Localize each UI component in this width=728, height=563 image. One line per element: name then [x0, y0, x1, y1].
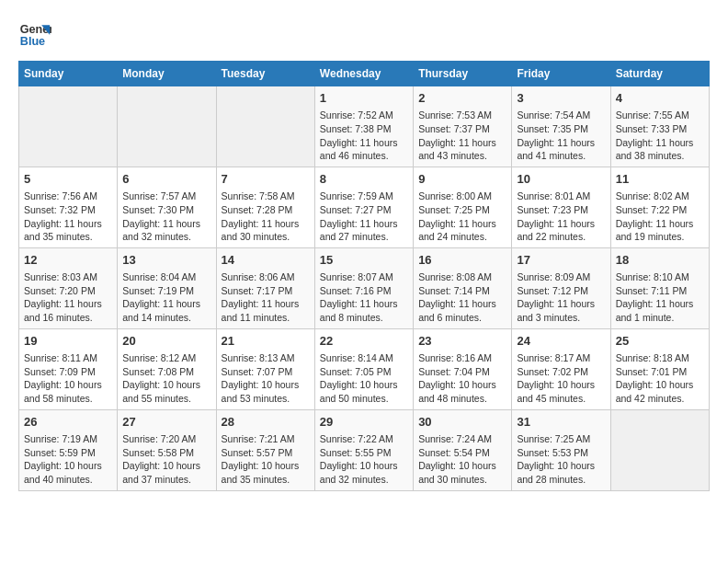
day-number: 23: [418, 333, 506, 350]
calendar-cell: 22Sunrise: 8:14 AM Sunset: 7:05 PM Dayli…: [314, 328, 413, 409]
cell-content: Sunrise: 7:59 AM Sunset: 7:27 PM Dayligh…: [320, 190, 408, 244]
calendar-cell: 25Sunrise: 8:18 AM Sunset: 7:01 PM Dayli…: [610, 328, 709, 409]
calendar-cell: 18Sunrise: 8:10 AM Sunset: 7:11 PM Dayli…: [610, 247, 709, 328]
cell-content: Sunrise: 8:02 AM Sunset: 7:22 PM Dayligh…: [616, 190, 704, 244]
calendar-cell: 8Sunrise: 7:59 AM Sunset: 7:27 PM Daylig…: [314, 167, 413, 247]
day-number: 8: [320, 171, 408, 188]
cell-content: Sunrise: 7:54 AM Sunset: 7:35 PM Dayligh…: [517, 109, 605, 163]
calendar-cell: 6Sunrise: 7:57 AM Sunset: 7:30 PM Daylig…: [118, 167, 216, 247]
calendar-cell: 26Sunrise: 7:19 AM Sunset: 5:59 PM Dayli…: [19, 409, 118, 490]
week-row-2: 5Sunrise: 7:56 AM Sunset: 7:32 PM Daylig…: [19, 167, 710, 247]
cell-content: Sunrise: 7:21 AM Sunset: 5:57 PM Dayligh…: [222, 432, 310, 487]
cell-content: Sunrise: 8:14 AM Sunset: 7:05 PM Dayligh…: [320, 351, 408, 406]
calendar-cell: [610, 409, 709, 490]
header-sunday: Sunday: [19, 62, 118, 86]
calendar-cell: 27Sunrise: 7:20 AM Sunset: 5:58 PM Dayli…: [118, 409, 216, 490]
header-row: SundayMondayTuesdayWednesdayThursdayFrid…: [19, 62, 710, 86]
day-number: 25: [616, 333, 704, 350]
calendar-cell: 23Sunrise: 8:16 AM Sunset: 7:04 PM Dayli…: [414, 328, 512, 409]
header-saturday: Saturday: [610, 62, 709, 86]
calendar-cell: 12Sunrise: 8:03 AM Sunset: 7:20 PM Dayli…: [19, 247, 118, 328]
logo-icon: General Blue: [18, 18, 51, 52]
calendar-cell: [118, 86, 216, 167]
calendar-cell: 20Sunrise: 8:12 AM Sunset: 7:08 PM Dayli…: [118, 328, 216, 409]
header-wednesday: Wednesday: [314, 62, 413, 86]
calendar-cell: 15Sunrise: 8:07 AM Sunset: 7:16 PM Dayli…: [314, 247, 413, 328]
day-number: 2: [418, 90, 506, 107]
cell-content: Sunrise: 8:11 AM Sunset: 7:09 PM Dayligh…: [24, 351, 112, 406]
cell-content: Sunrise: 8:03 AM Sunset: 7:20 PM Dayligh…: [24, 270, 112, 325]
week-row-4: 19Sunrise: 8:11 AM Sunset: 7:09 PM Dayli…: [19, 328, 710, 409]
day-number: 3: [517, 90, 605, 107]
day-number: 18: [616, 252, 704, 269]
calendar-cell: 24Sunrise: 8:17 AM Sunset: 7:02 PM Dayli…: [512, 328, 610, 409]
calendar-cell: 4Sunrise: 7:55 AM Sunset: 7:33 PM Daylig…: [610, 86, 709, 167]
calendar-cell: 2Sunrise: 7:53 AM Sunset: 7:37 PM Daylig…: [414, 86, 512, 167]
cell-content: Sunrise: 8:12 AM Sunset: 7:08 PM Dayligh…: [122, 351, 210, 406]
day-number: 30: [418, 414, 506, 431]
calendar-cell: 10Sunrise: 8:01 AM Sunset: 7:23 PM Dayli…: [512, 167, 610, 247]
calendar-cell: 9Sunrise: 8:00 AM Sunset: 7:25 PM Daylig…: [414, 167, 512, 247]
svg-text:Blue: Blue: [20, 35, 45, 48]
day-number: 29: [320, 414, 408, 431]
week-row-1: 1Sunrise: 7:52 AM Sunset: 7:38 PM Daylig…: [19, 86, 710, 167]
cell-content: Sunrise: 7:57 AM Sunset: 7:30 PM Dayligh…: [122, 190, 210, 244]
day-number: 22: [320, 333, 408, 350]
calendar-table: SundayMondayTuesdayWednesdayThursdayFrid…: [18, 61, 710, 491]
cell-content: Sunrise: 8:16 AM Sunset: 7:04 PM Dayligh…: [418, 351, 506, 406]
day-number: 5: [24, 171, 112, 188]
cell-content: Sunrise: 7:55 AM Sunset: 7:33 PM Dayligh…: [616, 109, 704, 163]
day-number: 13: [122, 252, 210, 269]
cell-content: Sunrise: 7:52 AM Sunset: 7:38 PM Dayligh…: [320, 109, 408, 163]
day-number: 21: [222, 333, 310, 350]
calendar-cell: 16Sunrise: 8:08 AM Sunset: 7:14 PM Dayli…: [414, 247, 512, 328]
header-friday: Friday: [512, 62, 610, 86]
calendar-cell: 5Sunrise: 7:56 AM Sunset: 7:32 PM Daylig…: [19, 167, 118, 247]
cell-content: Sunrise: 8:09 AM Sunset: 7:12 PM Dayligh…: [517, 270, 605, 325]
page-header: General Blue: [18, 18, 710, 52]
calendar-cell: 13Sunrise: 8:04 AM Sunset: 7:19 PM Dayli…: [118, 247, 216, 328]
cell-content: Sunrise: 8:04 AM Sunset: 7:19 PM Dayligh…: [122, 270, 210, 325]
week-row-5: 26Sunrise: 7:19 AM Sunset: 5:59 PM Dayli…: [19, 409, 710, 490]
logo: General Blue: [18, 18, 55, 52]
cell-content: Sunrise: 8:01 AM Sunset: 7:23 PM Dayligh…: [517, 190, 605, 244]
calendar-cell: 11Sunrise: 8:02 AM Sunset: 7:22 PM Dayli…: [610, 167, 709, 247]
day-number: 9: [418, 171, 506, 188]
day-number: 4: [616, 90, 704, 107]
cell-content: Sunrise: 8:13 AM Sunset: 7:07 PM Dayligh…: [222, 351, 310, 406]
cell-content: Sunrise: 7:20 AM Sunset: 5:58 PM Dayligh…: [122, 432, 210, 487]
day-number: 20: [122, 333, 210, 350]
cell-content: Sunrise: 7:22 AM Sunset: 5:55 PM Dayligh…: [320, 432, 408, 487]
cell-content: Sunrise: 7:58 AM Sunset: 7:28 PM Dayligh…: [222, 190, 310, 244]
day-number: 26: [24, 414, 112, 431]
day-number: 27: [122, 414, 210, 431]
day-number: 10: [517, 171, 605, 188]
calendar-cell: 31Sunrise: 7:25 AM Sunset: 5:53 PM Dayli…: [512, 409, 610, 490]
calendar-cell: 28Sunrise: 7:21 AM Sunset: 5:57 PM Dayli…: [216, 409, 314, 490]
day-number: 15: [320, 252, 408, 269]
cell-content: Sunrise: 8:06 AM Sunset: 7:17 PM Dayligh…: [222, 270, 310, 325]
calendar-cell: 14Sunrise: 8:06 AM Sunset: 7:17 PM Dayli…: [216, 247, 314, 328]
cell-content: Sunrise: 7:25 AM Sunset: 5:53 PM Dayligh…: [517, 432, 605, 487]
calendar-cell: 17Sunrise: 8:09 AM Sunset: 7:12 PM Dayli…: [512, 247, 610, 328]
day-number: 31: [517, 414, 605, 431]
cell-content: Sunrise: 8:00 AM Sunset: 7:25 PM Dayligh…: [418, 190, 506, 244]
day-number: 28: [222, 414, 310, 431]
calendar-cell: 7Sunrise: 7:58 AM Sunset: 7:28 PM Daylig…: [216, 167, 314, 247]
day-number: 24: [517, 333, 605, 350]
calendar-cell: [216, 86, 314, 167]
cell-content: Sunrise: 8:10 AM Sunset: 7:11 PM Dayligh…: [616, 270, 704, 325]
header-tuesday: Tuesday: [216, 62, 314, 86]
cell-content: Sunrise: 8:07 AM Sunset: 7:16 PM Dayligh…: [320, 270, 408, 325]
calendar-cell: 30Sunrise: 7:24 AM Sunset: 5:54 PM Dayli…: [414, 409, 512, 490]
day-number: 12: [24, 252, 112, 269]
cell-content: Sunrise: 7:19 AM Sunset: 5:59 PM Dayligh…: [24, 432, 112, 487]
day-number: 16: [418, 252, 506, 269]
header-thursday: Thursday: [414, 62, 512, 86]
day-number: 7: [222, 171, 310, 188]
day-number: 11: [616, 171, 704, 188]
cell-content: Sunrise: 7:24 AM Sunset: 5:54 PM Dayligh…: [418, 432, 506, 487]
day-number: 19: [24, 333, 112, 350]
cell-content: Sunrise: 7:56 AM Sunset: 7:32 PM Dayligh…: [24, 190, 112, 244]
day-number: 14: [222, 252, 310, 269]
